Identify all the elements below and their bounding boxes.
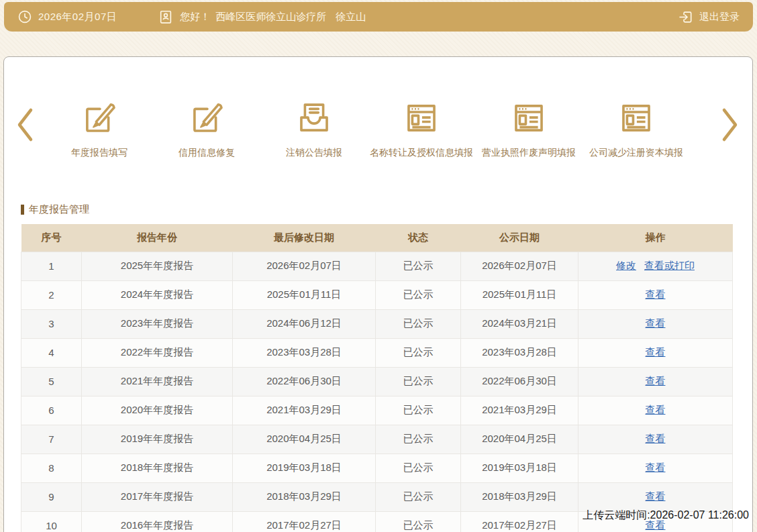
row-number: 7 [21, 425, 82, 454]
publish-date: 2018年03月29日 [461, 482, 578, 511]
status-text: 已公示 [376, 482, 461, 511]
feature-annual-report[interactable]: 年度报告填写 [46, 99, 153, 159]
col-header-year: 报告年份 [82, 224, 233, 252]
status-text: 已公示 [376, 252, 461, 280]
table-row: 12025年年度报告2026年02月07日已公示2026年02月07日修改查看或… [21, 252, 733, 280]
modified-date: 2017年02月27日 [233, 511, 376, 532]
status-text: 已公示 [376, 454, 461, 482]
report-year: 2018年年度报告 [82, 454, 233, 482]
action-link[interactable]: 查看 [646, 404, 666, 415]
table-row: 32023年年度报告2024年06月12日已公示2024年03月21日查看 [21, 309, 733, 338]
table-row: 22024年年度报告2025年01月11日已公示2025年01月11日查看 [21, 280, 733, 309]
row-number: 5 [21, 367, 82, 396]
id-badge-icon [158, 9, 173, 24]
action-link[interactable]: 查看 [646, 462, 666, 473]
row-number: 2 [21, 280, 82, 309]
carousel-track: 年度报告填写 信用信息修复 注销公告填报 [46, 99, 690, 159]
row-number: 4 [21, 338, 82, 367]
row-number: 3 [21, 309, 82, 338]
publish-date: 2020年04月25日 [461, 425, 578, 454]
publish-date: 2026年02月07日 [461, 252, 578, 280]
browser-form-icon [509, 99, 548, 138]
inbox-document-icon [295, 99, 334, 138]
actions-cell: 查看 [578, 309, 733, 338]
table-row: 82018年年度报告2019年03月18日已公示2019年03月18日查看 [21, 454, 733, 482]
date-group: 2026年02月07日 [17, 9, 117, 24]
section-title: 年度报告管理 [29, 203, 89, 216]
publish-date: 2019年03月18日 [461, 454, 578, 482]
status-text: 已公示 [376, 367, 461, 396]
clock-icon [17, 9, 32, 24]
status-text: 已公示 [376, 396, 461, 425]
table-row: 52021年年度报告2022年06月30日已公示2022年06月30日查看 [21, 367, 733, 396]
status-text: 已公示 [376, 338, 461, 367]
edit-square-icon [80, 99, 119, 138]
carousel-prev-button[interactable] [15, 107, 35, 145]
action-link[interactable]: 查看 [646, 317, 666, 329]
report-year: 2021年年度报告 [82, 367, 233, 396]
table-row: 72019年年度报告2020年04月25日已公示2020年04月25日查看 [21, 425, 733, 454]
report-year: 2016年年度报告 [82, 511, 233, 532]
table-row: 42022年年度报告2023年03月28日已公示2023年03月28日查看 [21, 338, 733, 367]
carousel-next-button[interactable] [720, 107, 740, 145]
chevron-right-icon [720, 107, 740, 143]
row-number: 1 [21, 252, 82, 280]
actions-cell: 查看 [578, 338, 733, 367]
row-number: 6 [21, 396, 82, 425]
actions-cell: 查看 [578, 396, 733, 425]
logout-button[interactable]: 退出登录 [672, 9, 740, 25]
feature-name-transfer[interactable]: 名称转让及授权信息填报 [368, 99, 475, 159]
browser-form-icon [402, 99, 441, 138]
feature-label: 年度报告填写 [46, 147, 153, 159]
feature-label: 公司减少注册资本填报 [583, 147, 690, 159]
publish-date: 2021年03月29日 [461, 396, 578, 425]
report-year: 2019年年度报告 [82, 425, 233, 454]
feature-capital-reduction[interactable]: 公司减少注册资本填报 [583, 99, 690, 159]
actions-cell: 查看 [578, 367, 733, 396]
current-date: 2026年02月07日 [38, 11, 117, 23]
modified-date: 2018年03月29日 [233, 482, 376, 511]
feature-label: 信用信息修复 [153, 147, 260, 159]
browser-form-icon [617, 99, 656, 138]
table-row: 92017年年度报告2018年03月29日已公示2018年03月29日查看 [21, 482, 733, 511]
report-year: 2022年年度报告 [82, 338, 233, 367]
feature-license-void[interactable]: 营业执照作废声明填报 [475, 99, 583, 159]
col-header-no: 序号 [21, 224, 82, 252]
publish-date: 2017年02月27日 [461, 511, 578, 532]
modified-date: 2020年04月25日 [233, 425, 376, 454]
org-name: 西峰区医师徐立山诊疗所 [215, 11, 326, 23]
status-text: 已公示 [376, 511, 461, 532]
feature-cancellation-notice[interactable]: 注销公告填报 [260, 99, 368, 159]
action-link[interactable]: 查看 [646, 346, 666, 358]
modified-date: 2023年03月28日 [233, 338, 376, 367]
modified-date: 2019年03月18日 [233, 454, 376, 482]
report-year: 2023年年度报告 [82, 309, 233, 338]
user-name: 徐立山 [336, 11, 366, 23]
edit-square-icon [187, 99, 226, 138]
action-link[interactable]: 修改 [616, 260, 636, 271]
action-link[interactable]: 查看 [646, 375, 666, 386]
row-number: 10 [21, 511, 82, 532]
modified-date: 2021年03月29日 [233, 396, 376, 425]
chevron-left-icon [15, 107, 35, 143]
action-link[interactable]: 查看 [646, 433, 666, 444]
report-year: 2017年年度报告 [82, 482, 233, 511]
upload-time-watermark: 上传云端时间:2026-02-07 11:26:00 [583, 509, 749, 523]
col-header-status: 状态 [376, 224, 461, 252]
main-panel: 年度报告填写 信用信息修复 注销公告填报 [3, 56, 753, 532]
actions-cell: 查看 [578, 280, 733, 309]
action-link[interactable]: 查看 [646, 288, 666, 300]
publish-date: 2025年01月11日 [461, 280, 578, 309]
feature-label: 注销公告填报 [260, 147, 368, 159]
report-year: 2020年年度报告 [82, 396, 233, 425]
table-row: 62020年年度报告2021年03月29日已公示2021年03月29日查看 [21, 396, 733, 425]
status-text: 已公示 [376, 280, 461, 309]
row-number: 8 [21, 454, 82, 482]
modified-date: 2022年06月30日 [233, 367, 376, 396]
modified-date: 2026年02月07日 [233, 252, 376, 280]
logout-icon [678, 9, 693, 25]
actions-cell: 修改查看或打印 [578, 252, 733, 280]
feature-credit-repair[interactable]: 信用信息修复 [153, 99, 260, 159]
action-link[interactable]: 查看或打印 [644, 260, 695, 271]
action-link[interactable]: 查看 [646, 490, 666, 502]
